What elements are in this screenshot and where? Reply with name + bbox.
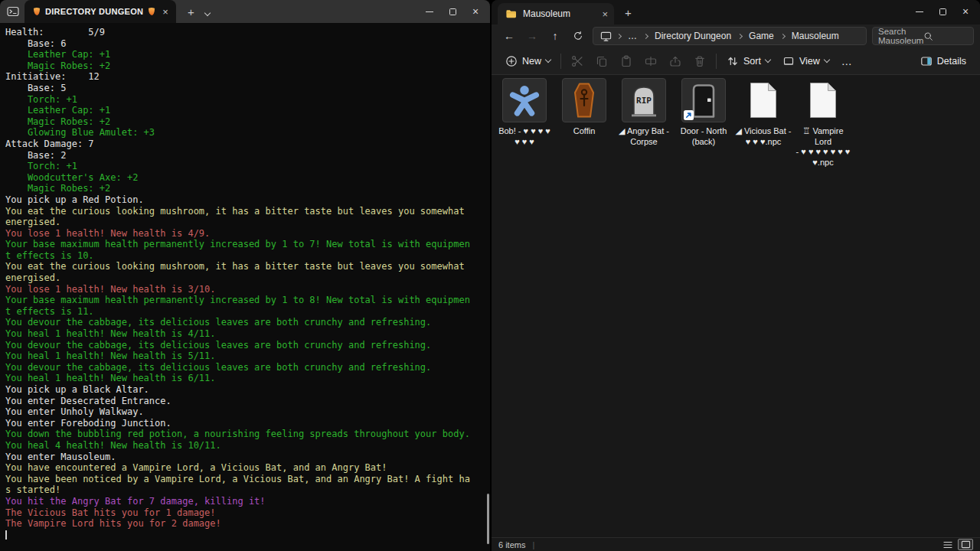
close-button[interactable]: × — [464, 0, 487, 23]
terminal-line: Magic Robes: +2 — [5, 60, 490, 72]
file-label: ◢ Vicious Bat - ♥ ♥ ♥.npc — [733, 126, 793, 147]
minimize-button[interactable] — [418, 0, 441, 23]
view-button-label: View — [799, 56, 820, 67]
person-icon — [508, 84, 541, 116]
terminal-line: You eat the curious looking mushroom, it… — [5, 261, 490, 272]
large-icons-view-button[interactable] — [958, 539, 973, 550]
this-pc-icon — [600, 31, 612, 42]
terminal-line: You devour the cabbage, its delicious le… — [5, 362, 490, 373]
file-vampire-lord-npc[interactable]: ♖ Vampire Lord - ♥ ♥ ♥ ♥ ♥ ♥ ♥ ♥.npc — [793, 77, 853, 168]
file-vicious-bat-npc[interactable]: ◢ Vicious Bat - ♥ ♥ ♥.npc — [733, 77, 793, 168]
maximize-button[interactable] — [441, 0, 464, 23]
file-label: Door - North (back) — [674, 126, 733, 147]
terminal-line: s started! — [5, 484, 490, 496]
rename-button[interactable] — [639, 51, 663, 72]
tombstone-icon: RIP — [628, 83, 660, 117]
terminal-tab-close-icon[interactable]: × — [162, 7, 168, 17]
new-plus-icon — [505, 55, 518, 67]
more-options-button[interactable]: … — [835, 55, 859, 67]
file-label: Bob! - ♥ ♥ ♥ ♥ ♥ ♥ ♥ — [495, 126, 554, 147]
copy-button[interactable] — [590, 51, 614, 72]
explorer-new-tab-button[interactable]: + — [625, 7, 632, 18]
explorer-tab-close-icon[interactable]: × — [602, 9, 608, 19]
file-angry-bat-corpse[interactable]: RIP ◢ Angry Bat - Corpse — [614, 77, 674, 168]
breadcrumb-chevron-icon — [780, 33, 786, 38]
close-button[interactable]: × — [954, 0, 977, 23]
chevron-down-icon — [824, 57, 830, 63]
file-bob[interactable]: Bob! - ♥ ♥ ♥ ♥ ♥ ♥ ♥ — [495, 77, 554, 168]
new-button[interactable]: New — [499, 51, 557, 72]
details-button[interactable]: Details — [914, 51, 972, 72]
file-grid: Bob! - ♥ ♥ ♥ ♥ ♥ ♥ ♥ Coffin — [492, 75, 980, 537]
terminal-new-tab-button[interactable]: + — [188, 6, 194, 18]
view-button[interactable]: View — [776, 51, 835, 72]
details-button-label: Details — [937, 56, 966, 67]
search-icon — [923, 31, 968, 41]
terminal-titlebar: DIRECTORY DUNGEON × + × — [0, 0, 490, 23]
terminal-cursor-line — [5, 530, 490, 541]
breadcrumb-item-game[interactable]: Game — [747, 31, 776, 41]
terminal-line: You enter Unholy Walkway. — [5, 406, 490, 418]
explorer-navbar: ← → ↑ … Directory Dungeon Game Mausoleum… — [492, 24, 980, 47]
terminal-app-icon — [7, 5, 19, 18]
document-icon — [749, 82, 778, 119]
terminal-line: You lose 1 health! New health is 4/9. — [5, 228, 490, 240]
new-button-label: New — [522, 56, 541, 67]
terminal-line: t effects is 10. — [5, 250, 490, 262]
breadcrumb-item-mausoleum[interactable]: Mausoleum — [790, 31, 841, 41]
terminal-cursor — [5, 530, 7, 540]
share-button[interactable] — [663, 51, 688, 72]
terminal-line: Leather Cap: +1 — [5, 49, 490, 60]
terminal-lines: Health: 5/9 Base: 6 Leather Cap: +1 Magi… — [5, 27, 490, 530]
flame-icon — [149, 8, 155, 15]
explorer-tab-title: Mausoleum — [523, 8, 596, 19]
file-label: ♖ Vampire Lord - ♥ ♥ ♥ ♥ ♥ ♥ ♥ ♥.npc — [793, 126, 853, 168]
chevron-down-icon — [204, 10, 210, 16]
sort-button[interactable]: Sort — [720, 51, 776, 72]
refresh-button[interactable] — [567, 30, 590, 42]
terminal-line: You enter Desecrated Entrance. — [5, 396, 490, 407]
paste-button[interactable] — [614, 51, 639, 72]
sort-button-label: Sort — [743, 56, 761, 67]
terminal-tab-dropdown-button[interactable] — [205, 5, 210, 18]
file-coffin[interactable]: Coffin — [554, 77, 614, 168]
file-door-north[interactable]: Door - North (back) — [674, 77, 733, 168]
statusbar-divider: | — [532, 540, 534, 549]
back-button[interactable]: ← — [498, 30, 521, 42]
breadcrumb-chevron-icon — [616, 33, 622, 38]
terminal-line: You heal 1 health! New health is 4/11. — [5, 328, 490, 340]
svg-text:RIP: RIP — [636, 96, 652, 106]
delete-button[interactable] — [688, 51, 712, 72]
toolbar-divider — [716, 54, 717, 69]
terminal-line: You heal 1 health! New health is 5/11. — [5, 350, 490, 362]
terminal-line: You have encountered a Vampire Lord, a V… — [5, 462, 490, 474]
terminal-window: DIRECTORY DUNGEON × + × Health: 5/9 Base… — [0, 0, 490, 551]
up-button[interactable]: ↑ — [544, 30, 567, 42]
terminal-line: Health: 5/9 — [5, 27, 490, 38]
terminal-line: Torch: +1 — [5, 94, 490, 106]
cut-button[interactable] — [565, 51, 590, 72]
terminal-line: energised. — [5, 272, 490, 284]
minimize-button[interactable] — [908, 0, 931, 23]
details-view-button[interactable] — [940, 539, 956, 550]
maximize-button[interactable] — [931, 0, 954, 23]
terminal-line: You down the bubbling red potion, a nour… — [5, 429, 490, 440]
forward-button[interactable]: → — [521, 30, 544, 42]
terminal-line: You heal 1 health! New health is 6/11. — [5, 373, 490, 384]
terminal-tab-title: DIRECTORY DUNGEON — [45, 7, 143, 16]
terminal-tab[interactable]: DIRECTORY DUNGEON × — [24, 0, 176, 23]
address-bar[interactable]: … Directory Dungeon Game Mausoleum — [593, 27, 867, 45]
breadcrumb-ellipsis[interactable]: … — [626, 31, 639, 41]
terminal-line: Woodcutter's Axe: +2 — [5, 172, 490, 184]
terminal-line: You lose 1 health! New health is 3/10. — [5, 284, 490, 295]
terminal-line: Your base maximum health permanently inc… — [5, 295, 490, 306]
terminal-scrollbar[interactable] — [487, 494, 489, 544]
search-input[interactable]: Search Mausoleum — [872, 27, 974, 45]
terminal-line: Leather Cap: +1 — [5, 105, 490, 116]
details-panel-icon — [920, 55, 933, 67]
terminal-line: You pick up a Red Potion. — [5, 194, 490, 206]
explorer-tab[interactable]: Mausoleum × — [498, 3, 614, 24]
flame-icon — [34, 8, 40, 15]
breadcrumb-item-directory-dungeon[interactable]: Directory Dungeon — [653, 31, 733, 41]
shortcut-arrow-icon — [684, 110, 694, 120]
